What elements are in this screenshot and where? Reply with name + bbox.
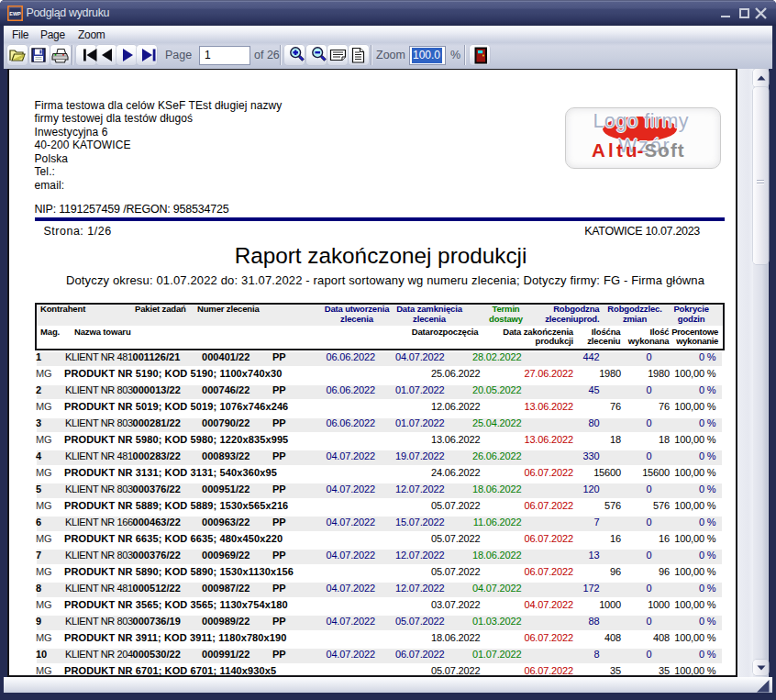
- svg-text:EWP: EWP: [9, 11, 21, 17]
